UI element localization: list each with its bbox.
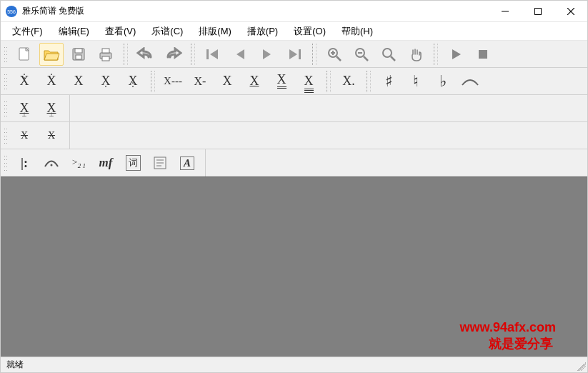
menubar: 文件(F) 编辑(E) 查看(V) 乐谱(C) 排版(M) 播放(P) 设置(O… [1,22,587,41]
paragraph-button[interactable] [148,151,172,174]
zoom-in-button[interactable] [322,43,347,66]
menu-help[interactable]: 帮助(H) [334,24,380,39]
menu-play[interactable]: 播放(P) [240,24,285,39]
toolbar-extra1: X⟂ X⟂ [1,95,70,122]
svg-rect-13 [206,49,209,59]
last-button[interactable] [282,43,307,66]
minimize-button[interactable] [489,1,522,22]
app-icon: 556 [5,5,18,18]
menu-score[interactable]: 乐谱(C) [144,24,190,39]
first-button[interactable] [201,43,225,66]
tuplet-button[interactable]: >2 1 [66,151,91,174]
menu-view[interactable]: 查看(V) [98,24,143,39]
pan-button[interactable] [404,43,428,66]
close-button[interactable] [554,1,587,22]
new-button[interactable] [12,43,36,66]
toolbar-main [1,41,587,68]
repeat-sign-button[interactable]: |: [12,151,36,174]
dotted-note[interactable]: X. [337,70,361,93]
duration-thirtysecond[interactable]: X [297,70,321,93]
svg-marker-14 [210,49,218,59]
save-button[interactable] [66,43,91,66]
separator [151,71,155,92]
dynamics-button[interactable]: mf [94,151,118,174]
flat-button[interactable]: ♭ [431,70,455,93]
separator [312,44,317,65]
menu-file[interactable]: 文件(F) [5,24,50,39]
stop-button[interactable] [471,43,495,66]
svg-rect-18 [299,49,301,59]
duration-whole[interactable]: X--- [161,70,185,93]
separator [191,44,195,65]
separator [124,44,128,65]
separator [434,44,438,65]
zoom-fit-button[interactable] [377,43,401,66]
tie-across-down[interactable]: X⟂ [39,97,64,120]
natural-button[interactable]: ♮ [404,70,428,93]
watermark-tag: 就是爱分享 [489,335,553,352]
grip-icon[interactable] [4,99,8,119]
svg-marker-17 [289,49,297,59]
toolbar-text: |: >2 1 mf 词 A [1,149,206,176]
grip-icon[interactable] [4,153,8,173]
svg-point-30 [51,164,53,166]
font-button[interactable]: A [175,151,199,174]
zoom-out-button[interactable] [349,43,374,66]
lyrics-button[interactable]: 词 [121,151,145,174]
grace-note-up[interactable]: X [39,124,64,147]
menu-settings[interactable]: 设置(O) [286,24,333,39]
duration-eighth[interactable]: X [242,70,266,93]
grace-note-down[interactable]: X [12,124,36,147]
svg-rect-8 [75,49,82,53]
next-button[interactable] [255,43,279,66]
svg-rect-29 [479,50,487,59]
slur-button[interactable] [458,70,482,93]
prev-button[interactable] [228,43,252,66]
note-octave-up1[interactable]: X [39,70,64,93]
titlebar: 556 雅乐简谱 免费版 [1,1,587,22]
sharp-button[interactable]: ♯ [377,70,401,93]
svg-rect-9 [76,55,81,59]
duration-sixteenth[interactable]: X [269,70,294,93]
status-text: 就绪 [6,359,24,371]
svg-rect-12 [102,56,109,61]
maximize-button[interactable] [522,1,554,22]
note-octave-mid[interactable]: X [66,70,91,93]
print-button[interactable] [94,43,118,66]
duration-quarter[interactable]: X [215,70,239,93]
duration-half[interactable]: X- [188,70,212,93]
svg-point-26 [383,49,392,57]
grip-icon[interactable] [4,126,8,146]
toolbar-notation: X X X X X X--- X- X X X X X. ♯ ♮ ♭ [1,68,587,95]
window-title: 雅乐简谱 免费版 [22,5,84,17]
grip-icon[interactable] [4,71,8,91]
svg-line-20 [337,56,341,61]
separator [327,71,331,92]
svg-marker-15 [236,49,244,59]
fermata-button[interactable] [39,151,64,174]
separator [367,71,371,92]
svg-rect-3 [535,8,542,14]
open-button[interactable] [39,43,64,66]
svg-marker-16 [263,49,271,59]
svg-text:556: 556 [7,9,16,14]
svg-marker-28 [452,49,461,59]
note-octave-down1[interactable]: X [94,70,118,93]
note-octave-up2[interactable]: X [12,70,36,93]
menu-edit[interactable]: 编辑(E) [51,24,96,39]
play-button[interactable] [444,43,468,66]
watermark-url: www.94afx.com [460,320,556,335]
svg-rect-11 [102,49,109,53]
undo-button[interactable] [134,43,158,66]
statusbar: 就绪 [1,357,587,372]
tie-across-up[interactable]: X⟂ [12,97,36,120]
svg-line-27 [391,56,395,61]
note-octave-down2[interactable]: X [121,70,145,93]
grip-icon[interactable] [4,44,8,64]
redo-button[interactable] [161,43,185,66]
menu-layout[interactable]: 排版(M) [191,24,239,39]
toolbar-extra2: X X [1,122,70,149]
svg-line-24 [364,56,368,61]
canvas-area[interactable]: www.94afx.com 就是爱分享 [1,176,587,357]
